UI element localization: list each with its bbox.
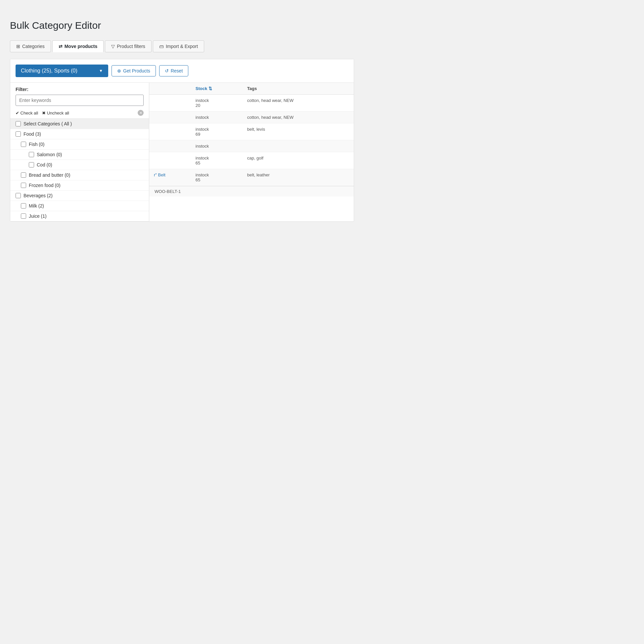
col-stock[interactable]: Stock ⇅	[191, 83, 243, 95]
product-name	[149, 140, 191, 152]
cod-label: Cod (0)	[37, 162, 52, 167]
stock-cell: instock20	[191, 95, 243, 112]
product-name	[149, 123, 191, 140]
check-all-button[interactable]: ✔ Check all	[16, 111, 38, 115]
category-dropdown-value: Clothing (25), Sports (0)	[21, 68, 77, 74]
reset-label: Reset	[171, 68, 183, 73]
list-item[interactable]: Salomon (0)	[10, 150, 149, 160]
list-item[interactable]: Food (3)	[10, 129, 149, 139]
bottom-bar: WOO-BELT-1	[149, 186, 354, 197]
table-row: instock69 belt, levis	[149, 123, 354, 140]
list-item[interactable]: Cod (0)	[10, 160, 149, 170]
stock-cell: instock	[191, 140, 243, 152]
product-name	[149, 112, 191, 123]
filter-label: Filter:	[10, 83, 149, 93]
table-row: r" Belt instock65 belt, leather	[149, 169, 354, 186]
page-wrapper: Bulk Category Editor ⊞ Categories ⇄ Move…	[0, 0, 364, 232]
select-all-label: Select Categories ( All )	[23, 121, 72, 126]
stock-cell: instock	[191, 112, 243, 123]
filter-input[interactable]	[16, 95, 144, 106]
product-name	[149, 95, 191, 112]
table-row: instock20 cotton, head wear, NEW	[149, 95, 354, 112]
table-row: instock65 cap, golf	[149, 152, 354, 169]
product-filters-icon: ▽	[111, 44, 115, 49]
category-list: Select Categories ( All ) Food (3) Fish …	[10, 119, 149, 221]
fish-label: Fish (0)	[29, 142, 44, 147]
get-products-icon: ⊕	[117, 68, 121, 73]
list-item[interactable]: Beverages (2)	[10, 191, 149, 201]
tab-categories[interactable]: ⊞ Categories	[10, 40, 51, 52]
bread-butter-label: Bread and butter (0)	[29, 172, 70, 178]
tags-cell: cotton, head wear, NEW	[243, 112, 354, 123]
product-name: r" Belt	[149, 169, 191, 186]
products-table: Stock ⇅ Tags instock20 cotton, head wear…	[149, 83, 354, 186]
frozen-food-label: Frozen food (0)	[29, 183, 61, 188]
page-title: Bulk Category Editor	[10, 20, 354, 31]
tab-move-products[interactable]: ⇄ Move products	[52, 40, 104, 52]
list-item[interactable]: Fish (0)	[10, 139, 149, 150]
sku-display: WOO-BELT-1	[155, 189, 181, 194]
juice-checkbox[interactable]	[21, 213, 26, 219]
top-bar: Clothing (25), Sports (0) ▼ ⊕ Get Produc…	[10, 59, 354, 83]
frozen-food-checkbox[interactable]	[21, 183, 26, 188]
check-controls: ✔ Check all ✖ Uncheck all ✕	[10, 109, 149, 119]
table-row: instock cotton, head wear, NEW	[149, 112, 354, 123]
tags-cell: cotton, head wear, NEW	[243, 95, 354, 112]
col-product	[149, 83, 191, 95]
list-item[interactable]: Bread and butter (0)	[10, 170, 149, 180]
dropdown-panel: Filter: ✔ Check all ✖ Uncheck all ✕ Sele…	[10, 83, 149, 221]
list-item[interactable]: Juice (1)	[10, 211, 149, 221]
table-area: Stock ⇅ Tags instock20 cotton, head wear…	[149, 83, 354, 221]
chevron-down-icon: ▼	[99, 69, 103, 73]
tabs-bar: ⊞ Categories ⇄ Move products ▽ Product f…	[10, 40, 354, 52]
tab-categories-label: Categories	[22, 44, 45, 49]
stock-cell: instock65	[191, 152, 243, 169]
fish-checkbox[interactable]	[21, 142, 26, 147]
list-item[interactable]: Milk (2)	[10, 201, 149, 211]
table-row: instock	[149, 140, 354, 152]
milk-label: Milk (2)	[29, 203, 44, 208]
milk-checkbox[interactable]	[21, 203, 26, 208]
main-panel: Clothing (25), Sports (0) ▼ ⊕ Get Produc…	[10, 59, 354, 222]
reset-icon: ↺	[165, 68, 169, 73]
tags-cell: belt, leather	[243, 169, 354, 186]
tab-import-export[interactable]: 🗃 Import & Export	[153, 40, 204, 52]
select-all-item[interactable]: Select Categories ( All )	[10, 119, 149, 129]
tags-cell: belt, levis	[243, 123, 354, 140]
import-export-icon: 🗃	[159, 44, 164, 49]
bread-butter-checkbox[interactable]	[21, 172, 26, 178]
salomon-label: Salomon (0)	[37, 152, 62, 157]
juice-label: Juice (1)	[29, 213, 47, 219]
categories-icon: ⊞	[16, 44, 20, 49]
reset-button[interactable]: ↺ Reset	[159, 65, 189, 76]
tab-product-filters-label: Product filters	[117, 44, 145, 49]
product-link[interactable]: r" Belt	[154, 172, 165, 177]
list-item[interactable]: Frozen food (0)	[10, 180, 149, 191]
product-name	[149, 152, 191, 169]
tags-cell	[243, 140, 354, 152]
salomon-checkbox[interactable]	[29, 152, 34, 157]
beverages-checkbox[interactable]	[16, 193, 21, 198]
tab-move-products-label: Move products	[65, 44, 98, 49]
tags-cell: cap, golf	[243, 152, 354, 169]
tab-product-filters[interactable]: ▽ Product filters	[105, 40, 152, 52]
select-all-checkbox[interactable]	[16, 121, 21, 126]
uncheck-all-button[interactable]: ✖ Uncheck all	[42, 111, 69, 115]
beverages-label: Beverages (2)	[23, 193, 53, 198]
stock-cell: instock69	[191, 123, 243, 140]
close-icon[interactable]: ✕	[138, 110, 144, 116]
move-products-icon: ⇄	[59, 44, 63, 49]
col-tags: Tags	[243, 83, 354, 95]
cod-checkbox[interactable]	[29, 162, 34, 167]
stock-cell: instock65	[191, 169, 243, 186]
tab-import-export-label: Import & Export	[166, 44, 198, 49]
content-area: Filter: ✔ Check all ✖ Uncheck all ✕ Sele…	[10, 83, 354, 221]
food-label: Food (3)	[23, 131, 41, 137]
get-products-label: Get Products	[123, 68, 150, 73]
get-products-button[interactable]: ⊕ Get Products	[112, 65, 156, 76]
category-dropdown[interactable]: Clothing (25), Sports (0) ▼	[16, 65, 108, 77]
food-checkbox[interactable]	[16, 131, 21, 137]
